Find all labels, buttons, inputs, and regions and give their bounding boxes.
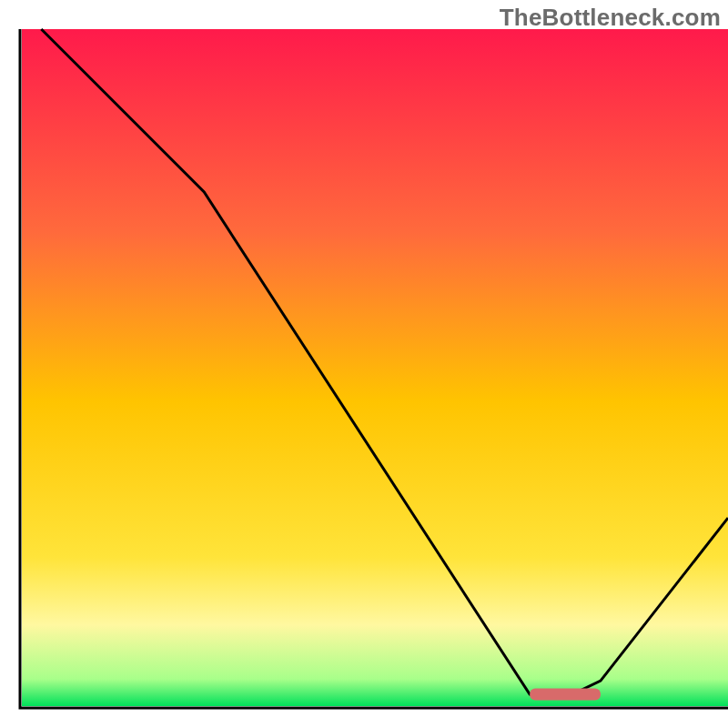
watermark-text: TheBottleneck.com (500, 4, 721, 32)
bottleneck-chart: TheBottleneck.com (0, 0, 728, 728)
plot-background (22, 29, 728, 706)
optimal-range-marker (530, 689, 601, 701)
chart-svg (0, 0, 728, 728)
